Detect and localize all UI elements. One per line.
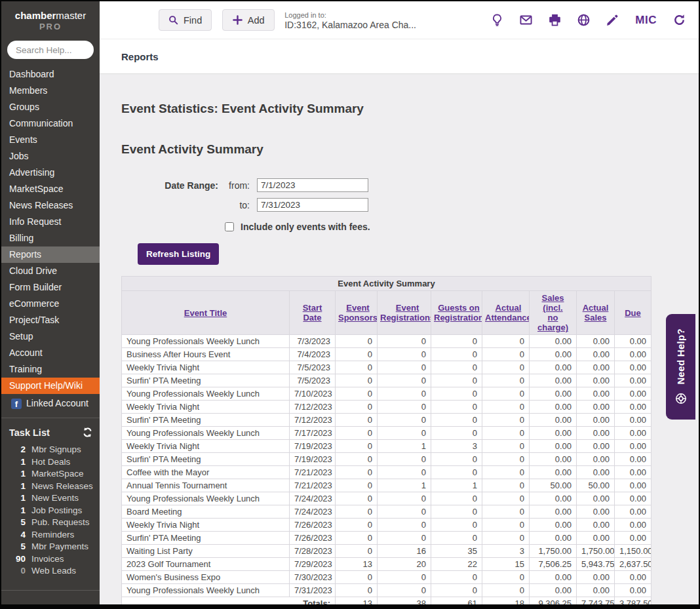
value-cell: 0.00 [530,427,577,440]
refresh-listing-button[interactable]: Refresh Listing [138,243,219,265]
column-sort-link[interactable]: Due [625,308,641,318]
sidebar-item-jobs[interactable]: Jobs [1,148,100,165]
task-item-job-postings[interactable]: 1Job Postings [9,505,93,517]
sidebar-item-members[interactable]: Members [1,83,100,99]
column-header-sales-incl-no-charge: Sales (incl. no charge) [530,291,577,335]
sidebar-item-label: News Releases [9,200,73,210]
sidebar-item-news-releases[interactable]: News Releases [1,197,100,214]
task-item-pub-requests[interactable]: 5Pub. Requests [9,517,93,529]
sidebar-item-account[interactable]: Account [1,345,100,361]
sidebar-item-ecommerce[interactable]: eCommerce [1,296,100,312]
event-title-cell: 2023 Golf Tournament [122,558,290,571]
value-cell: 0 [431,492,482,505]
sidebar-item-reports[interactable]: Reports [1,246,100,263]
column-sort-link[interactable]: Event Registrations [380,303,431,323]
column-header-actual-sales: Actual Sales [577,291,615,335]
task-item-web-leads[interactable]: 0Web Leads [9,565,93,578]
help-search-input[interactable] [16,45,85,55]
sidebar-item-form-builder[interactable]: Form Builder [1,279,100,296]
sidebar-item-linked-account[interactable]: fLinked Account [1,394,100,412]
value-cell: 0 [378,453,431,466]
table-row: Women's Business Expo7/30/202300000.000.… [122,571,651,584]
pencil-icon[interactable] [606,14,619,26]
column-sort-link[interactable]: Actual Sales [583,303,609,323]
sidebar-item-events[interactable]: Events [1,132,100,148]
envelope-icon[interactable] [520,14,532,26]
value-cell: 7/5/2023 [290,374,336,387]
task-count: 5 [9,517,26,529]
value-cell: 0 [431,466,482,479]
sidebar-item-groups[interactable]: Groups [1,99,100,115]
task-item-news-releases[interactable]: 1News Releases [9,481,93,493]
to-date-input[interactable] [257,198,368,212]
value-cell: 0 [336,387,378,401]
report-content: Event Statistics: Event Activity Summary… [100,74,699,604]
add-button[interactable]: Add [222,9,275,31]
globe-icon[interactable] [577,14,590,26]
value-cell: 0 [431,571,482,584]
value-cell: 7/19/2023 [290,453,336,466]
task-item-hot-deals[interactable]: 1Hot Deals [9,456,93,469]
mic-label[interactable]: MIC [635,14,657,27]
from-date-input[interactable] [257,178,368,192]
task-item-reminders[interactable]: 4Reminders [9,529,93,541]
value-cell: 0.00 [530,584,577,597]
value-cell: 0.00 [615,571,651,584]
lightbulb-icon[interactable] [491,14,503,26]
value-cell: 0.00 [615,479,651,492]
event-title-cell: Board Meeting [122,505,290,519]
value-cell: 7/26/2023 [290,519,336,532]
column-sort-link[interactable]: Actual Attendance [485,303,530,323]
task-label: Web Leads [31,565,76,578]
sidebar-item-communication[interactable]: Communication [1,115,100,132]
task-label: Pub. Requests [31,517,90,529]
sidebar-item-setup[interactable]: Setup [1,328,100,345]
value-cell: 0 [336,571,378,584]
value-cell: 0 [336,545,378,558]
table-row: 2023 Golf Tournament7/29/2023132022157,5… [122,558,651,571]
sidebar-item-cloud-drive[interactable]: Cloud Drive [1,263,100,279]
task-item-mbr-payments[interactable]: 5Mbr Payments [9,541,93,553]
sidebar-item-billing[interactable]: Billing [1,230,100,246]
column-sort-link[interactable]: Event Title [184,308,227,318]
column-sort-link[interactable]: Guests on Registration [434,303,482,323]
need-help-label: Need Help? [675,328,686,385]
column-sort-link[interactable]: Sales (incl. no charge) [532,293,574,332]
column-sort-link[interactable]: Start Date [292,303,332,323]
table-row: Weekly Trivia Night7/19/202301300.000.00… [122,440,651,453]
sidebar-item-support-help-wiki[interactable]: Support Help/Wiki [1,378,100,394]
value-cell: 0 [431,414,482,427]
task-item-mbr-signups[interactable]: 2Mbr Signups [9,444,93,456]
value-cell: 0 [336,492,378,505]
help-search-box[interactable] [7,41,94,59]
sidebar-item-marketspace[interactable]: MarketSpace [1,181,100,197]
logged-in-info: Logged in to: ID:3162, Kalamazoo Area Ch… [284,10,416,30]
sidebar-item-info-request[interactable]: Info Request [1,214,100,230]
value-cell: 0.00 [615,532,651,545]
sidebar-item-advertising[interactable]: Advertising [1,165,100,181]
refresh-icon[interactable] [673,14,686,26]
totals-value-cell: 18 [482,597,530,605]
sidebar-item-dashboard[interactable]: Dashboard [1,66,100,83]
value-cell: 0 [378,492,431,505]
value-cell: 1,750.00 [577,545,615,558]
value-cell: 0 [336,401,378,414]
find-button[interactable]: Find [159,9,212,31]
task-item-invoices[interactable]: 90Invoices [9,553,93,566]
value-cell: 16 [378,545,431,558]
need-help-tab[interactable]: Need Help? [666,314,695,420]
value-cell: 0.00 [577,519,615,532]
fees-checkbox-label[interactable]: Include only events with fees. [241,222,370,232]
printer-icon[interactable] [549,14,561,26]
date-range-form: Date Range: from: to: Include only event… [121,178,699,265]
breadcrumb-label[interactable]: Reports [121,51,159,62]
task-item-new-events[interactable]: 1New Events [9,492,93,505]
sidebar-item-training[interactable]: Training [1,361,100,378]
fees-checkbox[interactable] [225,222,234,231]
sidebar-item-project-task[interactable]: Project/Task [1,312,100,328]
event-title-cell: Surfin' PTA Meeting [122,414,290,427]
task-list-refresh-icon[interactable] [82,427,93,438]
task-item-marketspace[interactable]: 1MarketSpace [9,468,93,481]
totals-value-cell: 13 [336,597,378,605]
column-sort-link[interactable]: Event Sponsors [338,303,378,323]
